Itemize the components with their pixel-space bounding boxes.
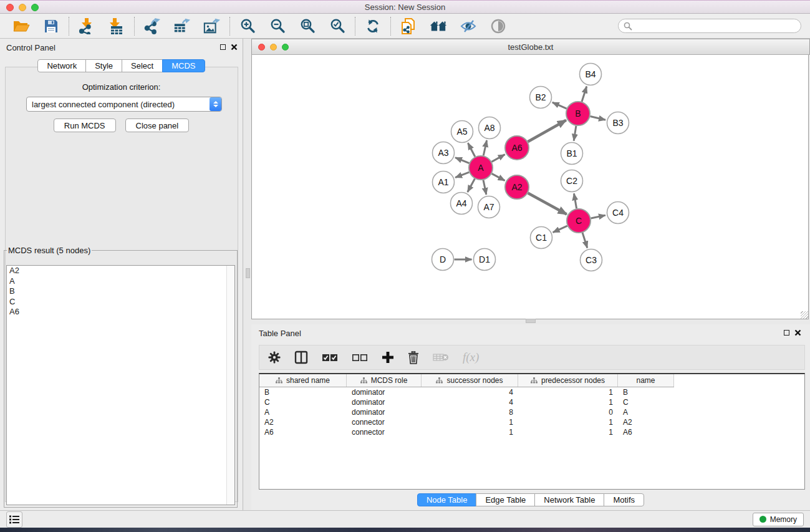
add-column-button[interactable] <box>382 349 394 365</box>
table-cell[interactable]: A2 <box>259 418 347 427</box>
table-row[interactable]: Bdominator41B <box>259 387 804 397</box>
export-network-button[interactable] <box>143 17 161 35</box>
tab-edge-table[interactable]: Edge Table <box>476 493 535 506</box>
minimize-window-button[interactable] <box>19 4 26 11</box>
column-header-shared-name[interactable]: shared name <box>259 374 347 387</box>
export-table-button[interactable] <box>173 17 191 35</box>
edge-A-A1[interactable] <box>455 172 469 178</box>
select-all-button[interactable] <box>322 349 338 365</box>
criterion-dropdown[interactable]: largest connected component (directed) <box>26 97 222 112</box>
network-canvas[interactable]: B4B2BB3B1C2A5A8A6A3AA1A2A4A7CC4C1C3DD1 <box>251 55 809 319</box>
mcds-result-list[interactable]: A2ABCA6 <box>6 265 235 505</box>
table-cell[interactable]: A <box>618 408 674 417</box>
table-cell[interactable]: 4 <box>422 388 518 397</box>
export-image-button[interactable] <box>203 17 221 35</box>
edge-A6-B[interactable] <box>528 120 566 142</box>
search-input[interactable] <box>635 21 796 31</box>
open-session-button[interactable] <box>12 17 30 35</box>
table-cell[interactable]: dominator <box>347 408 422 417</box>
table-cell[interactable]: B <box>259 388 347 397</box>
delete-rows-button[interactable] <box>408 349 419 365</box>
edge-C-C2[interactable] <box>574 193 576 208</box>
table-row[interactable]: Cdominator41C <box>259 397 804 407</box>
close-panel-icon[interactable] <box>231 44 238 51</box>
edge-B-B4[interactable] <box>582 87 587 102</box>
zoom-out-button[interactable] <box>269 17 286 35</box>
close-table-panel-icon[interactable] <box>794 329 801 336</box>
table-cell[interactable]: 0 <box>518 408 618 417</box>
zoom-selected-button[interactable] <box>329 17 346 35</box>
edge-C-C4[interactable] <box>591 215 605 218</box>
table-row[interactable]: Adominator80A <box>259 407 804 417</box>
search-field[interactable] <box>618 19 801 33</box>
zoom-fit-button[interactable] <box>299 17 316 35</box>
column-header-predecessor-nodes[interactable]: predecessor nodes <box>518 374 618 387</box>
table-cell[interactable]: A6 <box>259 428 347 437</box>
edge-A-A4[interactable] <box>468 179 475 192</box>
tab-select[interactable]: Select <box>122 59 163 72</box>
table-cell[interactable]: 1 <box>518 388 618 397</box>
mcds-result-item[interactable]: C <box>7 297 234 307</box>
edge-A-A5[interactable] <box>468 143 475 157</box>
edge-B-B1[interactable] <box>574 126 576 141</box>
edge-A-A2[interactable] <box>492 173 505 180</box>
clone-network-button[interactable] <box>400 17 417 35</box>
column-header-name[interactable]: name <box>618 374 674 387</box>
edge-A2-C[interactable] <box>528 193 567 215</box>
tab-mcds[interactable]: MCDS <box>162 59 205 72</box>
table-cell[interactable]: dominator <box>347 388 422 397</box>
show-columns-button[interactable] <box>294 349 308 365</box>
network-minimize-button[interactable] <box>270 44 277 51</box>
mcds-result-item[interactable]: A2 <box>7 266 234 276</box>
tab-style[interactable]: Style <box>85 59 122 72</box>
table-cell[interactable]: C <box>259 398 347 407</box>
edge-C-C3[interactable] <box>582 233 587 248</box>
table-cell[interactable]: 1 <box>518 428 618 437</box>
function-builder-button[interactable]: f(x) <box>463 349 479 365</box>
tab-motifs[interactable]: Motifs <box>604 493 644 506</box>
horizontal-splitter-handle[interactable] <box>526 319 536 323</box>
table-cell[interactable]: 1 <box>518 418 618 427</box>
table-cell[interactable]: connector <box>347 418 422 427</box>
table-cell[interactable]: A6 <box>618 428 674 437</box>
table-cell[interactable]: 1 <box>518 398 618 407</box>
mcds-result-item[interactable]: A <box>7 276 234 287</box>
deselect-all-button[interactable] <box>352 349 368 365</box>
delete-column-button[interactable] <box>433 349 449 365</box>
edge-C-C1[interactable] <box>553 226 567 232</box>
memory-button[interactable]: Memory <box>753 513 804 526</box>
table-cell[interactable]: connector <box>347 428 422 437</box>
close-window-button[interactable] <box>6 4 14 11</box>
table-cell[interactable]: A2 <box>618 418 674 427</box>
apply-layout-button[interactable] <box>364 17 382 35</box>
mcds-result-item[interactable]: B <box>7 286 234 297</box>
mcds-result-item[interactable]: A6 <box>7 307 234 317</box>
tab-network[interactable]: Network <box>37 59 86 72</box>
show-graphics-button[interactable] <box>489 17 507 35</box>
save-session-button[interactable] <box>42 17 60 35</box>
run-mcds-button[interactable]: Run MCDS <box>54 118 116 132</box>
tab-network-table[interactable]: Network Table <box>534 493 604 506</box>
table-cell[interactable]: A <box>259 408 347 417</box>
task-history-button[interactable] <box>6 511 22 528</box>
table-cell[interactable]: 1 <box>422 418 518 427</box>
edge-A-A8[interactable] <box>483 140 486 155</box>
table-cell[interactable]: 4 <box>422 398 518 407</box>
network-close-button[interactable] <box>258 44 265 51</box>
edge-A-A3[interactable] <box>455 158 469 163</box>
import-network-button[interactable] <box>78 17 95 35</box>
table-cell[interactable]: dominator <box>347 398 422 407</box>
table-row[interactable]: A2connector11A2 <box>259 417 804 427</box>
hide-panels-button[interactable] <box>460 17 477 35</box>
import-table-button[interactable] <box>108 17 125 35</box>
table-cell[interactable]: 1 <box>422 428 518 437</box>
scrollbar-track[interactable] <box>226 266 234 505</box>
float-panel-icon[interactable] <box>220 44 226 50</box>
float-table-panel-icon[interactable] <box>784 330 789 336</box>
edge-B-B2[interactable] <box>552 102 567 109</box>
tab-node-table[interactable]: Node Table <box>417 493 477 506</box>
column-header-MCDS-role[interactable]: MCDS role <box>347 374 422 387</box>
close-panel-button[interactable]: Close panel <box>125 118 190 132</box>
table-settings-button[interactable] <box>268 349 281 365</box>
table-row[interactable]: A6connector11A6 <box>259 427 804 437</box>
